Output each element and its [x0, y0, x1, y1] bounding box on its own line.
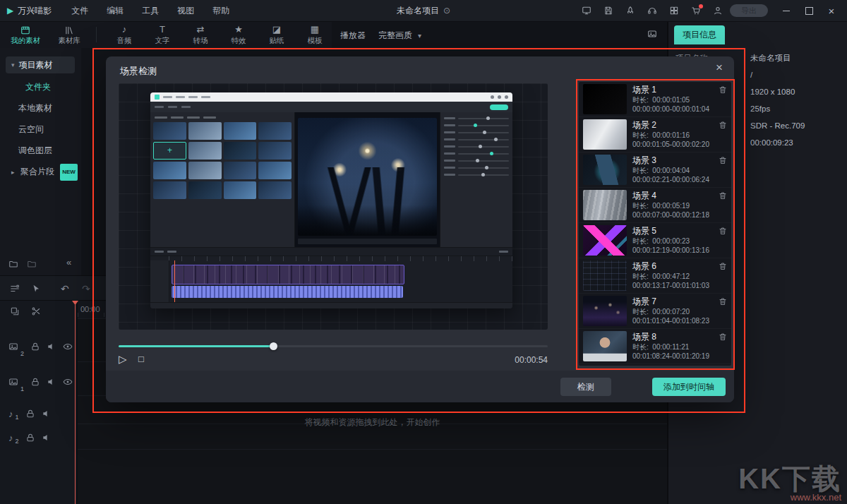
- filmora-app-window: ▶ 万兴喵影 文件 编辑 工具 视图 帮助 未命名项目 ⊙ 导出: [0, 0, 847, 504]
- delete-scene-icon[interactable]: [719, 121, 727, 129]
- tool-transition[interactable]: ⇄ 转场: [182, 24, 219, 46]
- mute-speaker-icon[interactable]: [42, 433, 52, 443]
- cart-badge-dot: [699, 4, 703, 8]
- hide-eye-icon[interactable]: [63, 377, 73, 387]
- split-scissors-icon[interactable]: [31, 306, 41, 316]
- hide-eye-icon[interactable]: [63, 342, 73, 352]
- audio-track-icon: ♪: [8, 433, 13, 443]
- tool-text[interactable]: T 文字: [144, 24, 181, 46]
- sidebar-item-folder[interactable]: 文件夹: [0, 79, 81, 95]
- nested-media-panel: [150, 112, 295, 247]
- quality-select[interactable]: 完整画质 ▾: [378, 30, 421, 42]
- scene-title: 场景 4: [632, 190, 656, 202]
- scene-thumbnail: [583, 225, 627, 256]
- mute-speaker-icon[interactable]: [47, 342, 56, 352]
- track-header-video-2[interactable]: 2: [0, 332, 78, 361]
- playhead-line[interactable]: [75, 301, 76, 504]
- delete-folder-icon[interactable]: [27, 258, 37, 269]
- scene-list-item[interactable]: 场景 6 时长: 00:00:47:12 00:00:13:17-00:01:0…: [579, 258, 731, 294]
- scene-list-item[interactable]: 场景 4 时长: 00:00:05:19 00:00:07:00-00:00:1…: [579, 188, 731, 223]
- maximize-button[interactable]: [798, 0, 820, 21]
- close-dialog-icon[interactable]: ×: [716, 61, 723, 75]
- tab-my-media[interactable]: 我的素材: [6, 24, 45, 46]
- store-cart[interactable]: [691, 6, 701, 16]
- duplicate-icon[interactable]: [10, 306, 20, 316]
- scene-thumbnail: [583, 84, 627, 114]
- nested-titlebar: [150, 92, 512, 102]
- scene-list[interactable]: 场景 1 时长: 00:00:01:05 00:00:00:00-00:00:0…: [579, 82, 731, 366]
- preview-progress-slider[interactable]: [119, 342, 548, 350]
- mute-speaker-icon[interactable]: [47, 377, 56, 387]
- collapse-panel-icon[interactable]: «: [66, 257, 71, 268]
- select-cursor-icon[interactable]: [31, 283, 41, 294]
- redo-icon[interactable]: ↷: [82, 283, 90, 294]
- lock-icon[interactable]: [30, 377, 40, 387]
- mute-speaker-icon[interactable]: [42, 409, 52, 419]
- display-icon[interactable]: [582, 6, 591, 16]
- menu-help[interactable]: 帮助: [212, 5, 229, 17]
- scene-list-item[interactable]: 场景 8 时长: 00:00:11:21 00:01:08:24-00:01:2…: [579, 329, 731, 364]
- scene-list-item[interactable]: 场景 2 时长: 00:00:01:16 00:00:01:05-00:00:0…: [579, 117, 731, 152]
- stop-button[interactable]: □: [138, 354, 144, 364]
- sidebar-item-local-media[interactable]: 本地素材: [0, 100, 81, 116]
- delete-scene-icon[interactable]: [719, 227, 727, 235]
- delete-scene-icon[interactable]: [719, 85, 727, 94]
- logo-play-icon: ▶: [7, 6, 13, 16]
- delete-scene-icon[interactable]: [719, 332, 727, 341]
- scene-title: 场景 6: [632, 260, 656, 272]
- scene-list-item[interactable]: 场景 3 时长: 00:00:04:04 00:00:02:21-00:00:0…: [579, 152, 731, 188]
- delete-scene-icon[interactable]: [719, 156, 727, 164]
- lock-icon[interactable]: [25, 409, 35, 419]
- menu-view[interactable]: 视图: [177, 5, 194, 17]
- track-header-video-1[interactable]: 1: [0, 367, 78, 397]
- close-window-button[interactable]: ×: [820, 0, 843, 21]
- slider-handle[interactable]: [270, 342, 277, 350]
- share-icon[interactable]: [625, 6, 635, 16]
- menu-file[interactable]: 文件: [71, 5, 88, 17]
- lock-icon[interactable]: [25, 433, 35, 443]
- scene-list-item[interactable]: 场景 5 时长: 00:00:00:23 00:00:12:19-00:00:1…: [579, 223, 731, 258]
- sidebar-item-cloud[interactable]: 云空间: [0, 121, 81, 137]
- undo-icon[interactable]: ↶: [61, 283, 69, 294]
- tool-templates[interactable]: ▦ 模板: [296, 24, 333, 46]
- scene-list-item[interactable]: 场景 1 时长: 00:00:01:05 00:00:00:00-00:00:0…: [579, 82, 731, 117]
- add-to-timeline-button[interactable]: 添加到时间轴: [652, 378, 726, 396]
- delete-scene-icon[interactable]: [719, 262, 727, 270]
- chevron-down-icon: ▾: [11, 61, 15, 68]
- detect-button[interactable]: 检测: [560, 378, 611, 396]
- scene-duration: 00:00:07:20: [652, 308, 690, 316]
- snapshot-icon[interactable]: [647, 28, 657, 39]
- audio-track-icon: ♪: [8, 409, 13, 419]
- play-button[interactable]: ▷: [119, 353, 127, 366]
- nested-editor-screenshot: [150, 92, 512, 308]
- minimize-button[interactable]: [775, 0, 798, 21]
- plugins-icon[interactable]: [669, 6, 679, 16]
- new-badge: NEW: [60, 164, 78, 181]
- new-folder-icon[interactable]: [8, 258, 18, 269]
- account-icon[interactable]: [713, 6, 723, 16]
- manage-tracks-icon[interactable]: [10, 283, 20, 294]
- menu-edit[interactable]: 编辑: [107, 5, 124, 17]
- sidebar-item-color-layer[interactable]: 调色图层: [0, 143, 81, 158]
- sidebar-item-project-media[interactable]: ▾ 项目素材: [6, 56, 75, 73]
- tab-project-info[interactable]: 项目信息: [674, 25, 725, 44]
- scene-list-item[interactable]: 场景 7 时长: 00:00:07:20 00:01:01:04-00:01:0…: [579, 294, 731, 329]
- scene-duration: 00:00:11:21: [652, 343, 689, 351]
- tool-effects[interactable]: ★ 特效: [220, 24, 257, 46]
- menu-tools[interactable]: 工具: [142, 5, 159, 17]
- export-button[interactable]: 导出: [730, 4, 768, 17]
- track-header-audio-2[interactable]: ♪ 2: [0, 426, 78, 449]
- delete-scene-icon[interactable]: [719, 191, 727, 200]
- save-icon[interactable]: [603, 6, 613, 16]
- toolbar-divider: [96, 27, 97, 42]
- delete-scene-icon[interactable]: [719, 297, 727, 306]
- tool-audio[interactable]: ♪ 音频: [106, 24, 143, 46]
- tab-stock-library[interactable]: 素材库: [49, 24, 89, 46]
- current-time: 00:00:54: [515, 355, 548, 365]
- track-header-audio-1[interactable]: ♪ 1: [0, 402, 78, 425]
- sidebar-item-compound-clip[interactable]: ▸ 聚合片段 NEW: [0, 164, 81, 179]
- lock-icon[interactable]: [30, 342, 40, 352]
- tool-stickers[interactable]: ◪ 贴纸: [258, 24, 295, 46]
- template-icon: ▦: [296, 24, 333, 35]
- support-icon[interactable]: [647, 6, 657, 16]
